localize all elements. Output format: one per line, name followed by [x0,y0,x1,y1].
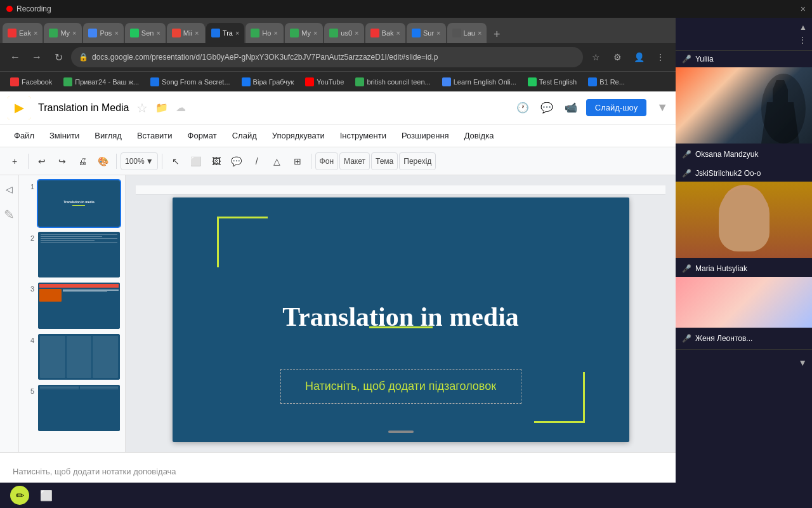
participant-name-2: JskiStrilchuk2 Oo-o [695,169,761,178]
participant-mic-icon-1: 🎤 [682,150,691,159]
bookmark-b6[interactable]: british council teen... [350,74,435,90]
menu-item-слайд[interactable]: Слайд [226,128,263,143]
bookmark-b9[interactable]: B1 Re... [583,74,630,90]
browser-tab-t8[interactable]: My× [285,23,323,43]
extensions-icon[interactable]: ⚙ [608,48,626,66]
browser-tab-t11[interactable]: Sur× [407,23,446,43]
slide-thumbnails: 1 Translation in media 2 3 [19,175,126,452]
bookmark-b4[interactable]: Віра Грабчук [237,74,299,90]
insert-image-btn[interactable]: 🖼 [207,152,226,171]
menu-item-довідка[interactable]: Довідка [458,128,501,143]
thumbnail-2[interactable]: 2 [24,232,120,278]
browser-tab-t12[interactable]: Lau× [447,23,487,43]
menu-item-формат[interactable]: Формат [181,128,223,143]
select-btn[interactable]: ⬜ [187,152,206,171]
lock-icon: 🔒 [79,53,88,62]
browser-tab-t5[interactable]: Mii× [167,23,205,43]
browser-tab-t6[interactable]: Tra× [206,23,245,43]
bookmark-b3[interactable]: Song From a Secret... [145,74,235,90]
menu-icon[interactable]: ⋮ [652,48,669,66]
shapes-btn[interactable]: △ [268,152,287,171]
address-bar[interactable]: 🔒 docs.google.com/presentation/d/1Gb0yAe… [71,47,583,67]
new-tab-button[interactable]: + [488,25,506,43]
shape-tool-button[interactable]: ⬜ [37,486,56,505]
bookmark-icon[interactable]: ☆ [587,48,605,66]
back-button[interactable]: ← [6,48,24,66]
browser-tab-t1[interactable]: Eak× [3,23,43,43]
thumbnail-1[interactable]: 1 Translation in media [24,180,120,227]
main-slide[interactable]: Translation in media Натисніть, щоб дода… [173,197,629,442]
participant-mic-icon-3: 🎤 [682,264,691,273]
slideshow-button[interactable]: Слайд-шоу [586,99,646,116]
menu-item-вставити[interactable]: Вставити [131,128,179,143]
bookmark-b1[interactable]: Facebook [5,74,57,90]
thumbnail-4[interactable]: 4 [24,334,120,380]
bookmark-b8[interactable]: Test English [523,74,582,90]
comment-icon[interactable]: 💬 [537,98,557,118]
star-icon[interactable]: ☆ [136,100,148,116]
thumb-num-5: 5 [24,387,34,395]
insert-other-btn[interactable]: ⊞ [288,152,307,171]
redo-btn[interactable]: ↪ [53,152,72,171]
menu-item-вигляд[interactable]: Вигляд [88,128,128,143]
thumbnail-5[interactable]: 5 [24,385,120,431]
profile-icon[interactable]: 👤 [630,48,648,66]
slideshow-dropdown-icon[interactable]: ▼ [657,101,668,114]
print-btn[interactable]: 🖨 [73,152,92,171]
browser-tab-t10[interactable]: Bak× [365,23,405,43]
collapse-panel-button[interactable]: ▲ [799,23,807,32]
layout-dropdown2[interactable]: Макет [339,152,370,170]
menu-item-інструменти[interactable]: Інструменти [334,128,393,143]
menu-item-упорядкувати[interactable]: Упорядкувати [266,128,331,143]
present-mode-icon[interactable]: 📹 [561,98,581,118]
pen-tool-button[interactable]: ✏ [10,486,29,505]
right-panel-header: ▲ ⋮ [676,18,812,51]
transition-dropdown[interactable]: Перехід [399,152,436,170]
slide-title-divider [369,326,433,328]
panel-menu-button[interactable]: ⋮ [798,35,807,45]
title-bar-label: Recording [16,4,51,13]
menu-item-файл[interactable]: Файл [8,128,41,143]
undo-btn[interactable]: ↩ [32,152,51,171]
horizontal-ruler [136,185,665,195]
refresh-button[interactable]: ↻ [49,48,67,66]
zoom-control[interactable]: 100% ▼ [121,152,158,170]
cursor-btn[interactable]: ↖ [166,152,185,171]
paint-format-btn[interactable]: 🎨 [93,152,112,171]
bookmark-b2[interactable]: Приват24 - Ваш ж... [58,74,144,90]
participant-header-3: 🎤 Maria Hutsyliak [676,260,812,277]
browser-tab-t9[interactable]: us0× [324,23,363,43]
pen-icon[interactable]: ✎ [4,207,15,222]
corner-decoration-tl [217,217,268,267]
bookmark-b5[interactable]: YouTube [300,74,349,90]
menu-item-розширення[interactable]: Розширення [395,128,455,143]
participant-name-4: Женя Леонтов... [695,334,752,343]
layout-dropdown[interactable]: Фон [315,152,338,170]
browser-tab-t2[interactable]: My× [44,23,82,43]
panel-toggle[interactable]: ◁ [2,182,17,197]
history-icon[interactable]: 🕐 [513,98,533,118]
cloud-icon[interactable]: ☁ [176,102,186,114]
browser-tab-t7[interactable]: Ho× [246,23,284,43]
participant-name-0: Yuliia [695,55,714,64]
add-btn[interactable]: + [5,152,24,171]
browser-tab-t4[interactable]: Sen× [125,23,166,43]
comment-btn[interactable]: 💬 [227,152,246,171]
forward-button[interactable]: → [28,48,46,66]
layout-label2: Макет [344,157,365,166]
folder-icon[interactable]: 📁 [155,102,168,114]
participant-3: 🎤 Maria Hutsyliak [676,260,812,328]
slide-subtitle-box[interactable]: Натисніть, щоб додати підзаголовок [280,369,521,404]
title-bar: Recording × [0,0,812,18]
line-btn[interactable]: / [247,152,266,171]
bookmark-b7[interactable]: Learn English Onli... [437,74,521,90]
expand-panel-icon[interactable]: ▼ [798,358,807,368]
thumbnail-3[interactable]: 3 [24,283,120,329]
theme-dropdown[interactable]: Тема [371,152,398,170]
participant-header-4: 🎤 Женя Леонтов... [676,330,812,347]
menu-item-змінити[interactable]: Змінити [43,128,86,143]
address-text: docs.google.com/presentation/d/1Gb0yAeP-… [92,53,438,62]
browser-tab-t3[interactable]: Pos× [83,23,123,43]
notes-prompt: Натисніть, щоб додати нотатки доповідача [13,467,176,476]
close-icon[interactable]: × [801,4,806,14]
